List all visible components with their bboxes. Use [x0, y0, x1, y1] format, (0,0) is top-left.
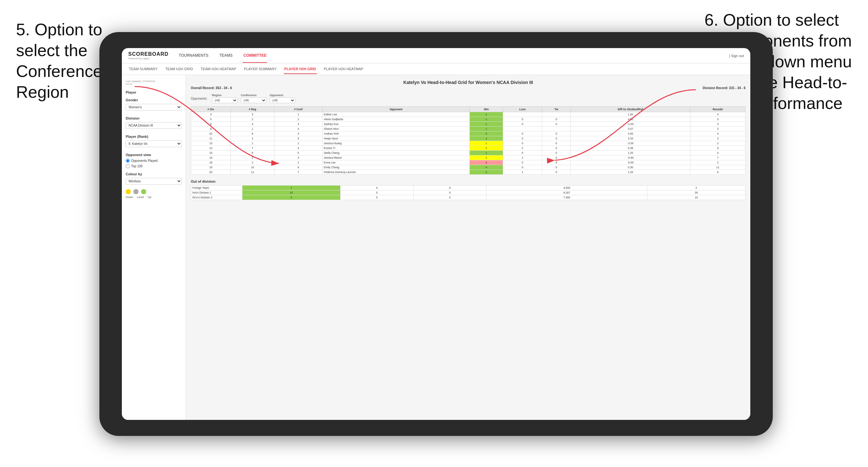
cell-diff: 4.00 [571, 117, 690, 122]
col-win: Win [470, 107, 503, 112]
table-row: 15 8 5 Stella Cheng 1 0 0 1.25 4 [191, 151, 745, 155]
radio-top-100[interactable]: Top 100 [126, 164, 182, 168]
cell-opponent: Sydney Kuo [322, 122, 470, 127]
cell-opponent: Esther Lee [322, 112, 470, 117]
dot-level [133, 189, 138, 194]
division-select[interactable]: NCAA Division III NCAA Division I NCAA D… [126, 122, 182, 129]
cell-loss: 2 [503, 146, 542, 151]
ood-cell-tie: 0 [413, 190, 487, 195]
cell-conf: 4 [274, 127, 322, 131]
top-nav: SCOREBOARD Powered by clippd TOURNAMENTS… [122, 48, 750, 63]
cell-div: 14 [191, 146, 231, 151]
legend-up: Up [148, 195, 152, 199]
gender-select[interactable]: Women's Men's [126, 104, 182, 111]
cell-win: 1 [470, 141, 503, 146]
ood-table-row: Foreign Team 1 0 0 4.500 2 [191, 186, 745, 190]
ood-cell-loss: 0 [341, 186, 414, 190]
ood-cell-opponent: NCAA Division 2 [191, 195, 242, 200]
cell-opponent: Heejo Hyun [322, 136, 470, 141]
cell-win: 1 [470, 127, 503, 131]
main-content: Last Updated: 27/03/2024 14:24 Player Ge… [122, 75, 750, 420]
col-rounds: Rounds [690, 107, 745, 112]
cell-reg: 2 [230, 160, 274, 165]
cell-opponent: Sharon Mun [322, 127, 470, 131]
cell-loss: 0 [503, 160, 542, 165]
cell-loss: 0 [503, 151, 542, 155]
cell-reg: 10 [230, 165, 274, 170]
nav-teams[interactable]: TEAMS [219, 49, 233, 63]
colour-by-select[interactable]: Win/loss [126, 178, 182, 185]
cell-diff: -0.94 [571, 155, 690, 160]
sub-nav-player-summary[interactable]: PLAYER SUMMARY [243, 64, 277, 74]
cell-win: 1 [470, 151, 503, 155]
ood-cell-win: 15 [242, 190, 341, 195]
sub-nav-player-h2h-heatmap[interactable]: PLAYER H2H HEATMAP [323, 64, 364, 74]
cell-reg: 1 [230, 127, 274, 131]
ood-cell-opponent: Foreign Team [191, 186, 242, 190]
table-row: 5 2 2 Alexis Sudjianto 1 0 0 4.00 3 [191, 117, 745, 122]
ood-cell-loss: 0 [341, 195, 414, 200]
cell-rounds: 2 [690, 141, 745, 146]
conference-filter-group: Conference (All) [241, 94, 267, 103]
cell-div: 15 [191, 151, 231, 155]
cell-win: 1 [470, 117, 503, 122]
nav-tournaments[interactable]: TOURNAMENTS [178, 49, 209, 63]
opponent-view-label: Opponent view [126, 153, 182, 157]
cell-conf: 1 [274, 141, 322, 146]
sub-nav-team-h2h-heatmap[interactable]: TEAM H2H HEATMAP [200, 64, 237, 74]
region-filter-group: Region (All) [212, 94, 238, 103]
table-row: 18 2 2 Euna Lee 0 0 0 -5.00 2 [191, 160, 745, 165]
col-conf: # Conf [274, 107, 322, 112]
radio-opponents-played[interactable]: Opponents Played [126, 159, 182, 163]
cell-conf: 2 [274, 117, 322, 122]
ood-cell-diff: 9.267 [487, 190, 647, 195]
conference-filter-select[interactable]: (All) [241, 97, 267, 103]
cell-conf: 1 [274, 112, 322, 117]
cell-reg: 6 [230, 131, 274, 136]
col-opponent: Opponent [322, 107, 470, 112]
sidebar: Last Updated: 27/03/2024 14:24 Player Ge… [122, 75, 186, 420]
cell-win: 1 [470, 122, 503, 127]
grid-title: Katelyn Vo Head-to-Head Grid for Women's… [191, 80, 745, 85]
sub-nav-team-h2h-grid[interactable]: TEAM H2H GRID [165, 64, 194, 74]
table-row: 14 7 4 Eunice Yi 2 2 0 0.38 9 [191, 146, 745, 151]
grid-area: Katelyn Vo Head-to-Head Grid for Women's… [186, 75, 750, 420]
ood-cell-diff: 7.400 [487, 195, 647, 200]
region-filter-label: Region [212, 94, 238, 97]
cell-diff: 3.33 [571, 136, 690, 141]
cell-tie: 0 [542, 131, 570, 136]
opponent-filter-select[interactable]: (All) [270, 97, 295, 103]
table-row: 9 1 4 Sharon Mun 1 3.67 3 [191, 127, 745, 131]
cell-div: 19 [191, 165, 231, 170]
sub-nav-team-summary[interactable]: TEAM SUMMARY [128, 64, 158, 74]
cell-div: 3 [191, 112, 231, 117]
ood-cell-rounds: 10 [647, 195, 745, 200]
cell-loss: 0 [503, 117, 542, 122]
cell-diff: 3.67 [571, 127, 690, 131]
region-filter-select[interactable]: (All) [212, 97, 238, 103]
cell-tie: 0 [542, 160, 570, 165]
cell-loss: 0 [503, 136, 542, 141]
cell-reg: 2 [230, 117, 274, 122]
cell-win: 1 [470, 112, 503, 117]
cell-opponent: Jessica Mason [322, 155, 470, 160]
ood-table-row: NAIA Division 1 15 0 0 9.267 30 [191, 190, 745, 195]
cell-tie: 0 [542, 170, 570, 175]
ood-cell-rounds: 30 [647, 190, 745, 195]
cell-diff: 1.33 [571, 170, 690, 175]
player-rank-select[interactable]: 8. Katelyn Vo [126, 141, 182, 147]
nav-right[interactable]: | Sign out [729, 54, 744, 58]
cell-reg: 2 [230, 136, 274, 141]
cell-div: 18 [191, 160, 231, 165]
cell-opponent: Federica Domecq Lacroze [322, 170, 470, 175]
ood-cell-win: 1 [242, 186, 341, 190]
dot-up [141, 189, 146, 194]
cell-win: 1 [470, 155, 503, 160]
sub-nav-player-h2h-grid[interactable]: PLAYER H2H GRID [284, 64, 317, 74]
col-div: # Div [191, 107, 231, 112]
cell-tie: 0 [542, 117, 570, 122]
col-tie: Tie [542, 107, 570, 112]
cell-conf: 7 [274, 170, 322, 175]
cell-win: 4 [470, 165, 503, 170]
nav-committee[interactable]: COMMITTEE [243, 49, 267, 63]
